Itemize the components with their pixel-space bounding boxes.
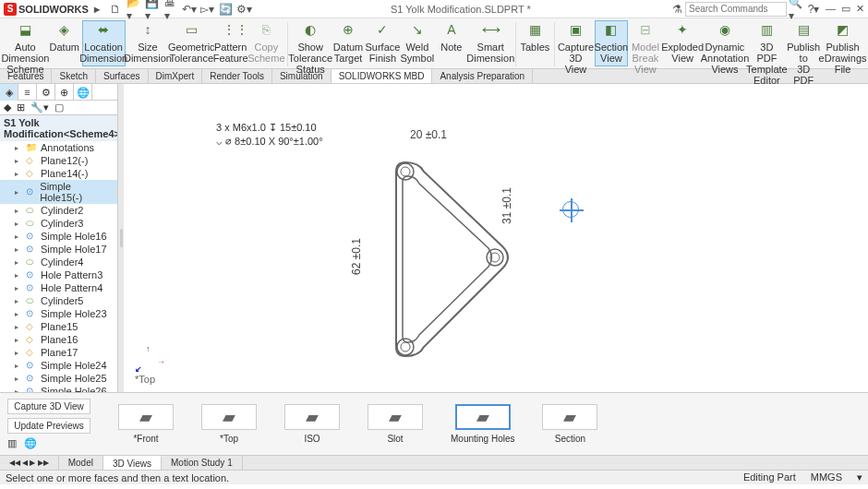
vs-icon-1[interactable]: ▥	[7, 437, 17, 449]
ribbon-smart-button[interactable]: ⟷ Smart Dimension	[469, 20, 512, 66]
expand-icon[interactable]: ▸	[15, 188, 22, 197]
panel-tab-feature-tree-icon[interactable]: ◈	[0, 84, 18, 101]
expand-icon[interactable]: ▸	[15, 144, 22, 152]
update-previews-button[interactable]: Update Previews	[7, 418, 90, 434]
panel-tab-dimxpert-icon[interactable]: ⊕	[55, 84, 74, 101]
search-icon[interactable]: 🔍▾	[789, 3, 802, 16]
ribbon-3d pdf-button[interactable]: ▥ 3D PDF Template Editor	[748, 20, 787, 89]
btab-motion study 1[interactable]: Motion Study 1	[162, 456, 243, 470]
view-front[interactable]: ▰ *Front	[118, 404, 174, 444]
ribbon-note-button[interactable]: A Note	[435, 20, 468, 55]
vs-icon-2[interactable]: 🌐	[24, 437, 37, 449]
ribbon-publish-button[interactable]: ◩ Publish eDrawings File	[821, 20, 864, 78]
tree-item[interactable]: ▸ ⊙ Simple Hole15(-)	[0, 180, 117, 204]
tree-item[interactable]: ▸ ⊙ Hole Pattern3	[0, 268, 117, 281]
btab-nav-left[interactable]: ◀◀ ◀ ▶ ▶▶	[0, 456, 59, 470]
btab-model[interactable]: Model	[59, 456, 103, 470]
tree-item[interactable]: ▸ ◇ Plane14(-)	[0, 167, 117, 180]
ribbon-exploded-button[interactable]: ✦ Exploded View	[663, 20, 702, 66]
capture-3d-view-button[interactable]: Capture 3D View	[7, 399, 90, 414]
tab-solidworks mbd[interactable]: SOLIDWORKS MBD	[332, 69, 433, 83]
search-funnel-icon[interactable]: ⚗	[670, 3, 683, 16]
ribbon-size-button[interactable]: ↕ Size Dimension	[127, 20, 170, 66]
expand-icon[interactable]: ▸	[15, 220, 22, 228]
status-icon[interactable]: ▾	[857, 471, 862, 483]
tree-root[interactable]: S1 Yolk Modification<Scheme4>	[0, 115, 117, 141]
ribbon-surface-button[interactable]: ✓ Surface Finish	[366, 20, 400, 66]
feature-tree[interactable]: S1 Yolk Modification<Scheme4> ▸ 📁 Annota…	[0, 115, 117, 392]
tree-item[interactable]: ▸ ◇ Plane12(-)	[0, 154, 117, 167]
ribbon-capture-button[interactable]: ▣ Capture 3D View	[558, 20, 594, 78]
expand-icon[interactable]: ▸	[15, 271, 22, 280]
restore-icon[interactable]: ▭	[841, 3, 850, 15]
logo-dropdown-icon[interactable]: ▸	[90, 3, 103, 16]
tree-item[interactable]: ▸ 📁 Annotations	[0, 141, 117, 154]
panel-icon-3[interactable]: 🔧▾	[30, 101, 49, 113]
expand-icon[interactable]: ▸	[15, 349, 22, 357]
ribbon-publish-button[interactable]: ▤ Publish to 3D PDF	[787, 20, 820, 89]
tab-simulation[interactable]: Simulation	[272, 69, 332, 83]
print-icon[interactable]: 🖶▾	[164, 3, 177, 16]
expand-icon[interactable]: ▸	[15, 375, 22, 383]
view-top[interactable]: ▰ *Top	[201, 404, 257, 444]
tab-surfaces[interactable]: Surfaces	[96, 69, 148, 83]
btab-3d views[interactable]: 3D Views	[103, 456, 162, 470]
ribbon-dynamic-button[interactable]: ◉ Dynamic Annotation Views	[703, 20, 746, 78]
tree-item[interactable]: ▸ ⊙ Simple Hole25	[0, 372, 117, 385]
tree-item[interactable]: ▸ ⊙ Simple Hole23	[0, 307, 117, 320]
panel-tab-config-icon[interactable]: ⚙	[37, 84, 55, 101]
tree-item[interactable]: ▸ ◇ Plane15	[0, 320, 117, 333]
tree-item[interactable]: ▸ ⊙ Simple Hole17	[0, 243, 117, 256]
tree-item[interactable]: ▸ ⬭ Cylinder2	[0, 204, 117, 217]
view-mounting hole[interactable]: ▰ Mounting Holes	[451, 404, 514, 444]
tree-item[interactable]: ▸ ⬭ Cylinder4	[0, 256, 117, 268]
expand-icon[interactable]: ▸	[15, 207, 22, 215]
tree-item[interactable]: ▸ ⬭ Cylinder3	[0, 217, 117, 230]
ribbon-tables-button[interactable]: ▦ Tables	[518, 20, 551, 55]
tab-analysis preparation[interactable]: Analysis Preparation	[432, 69, 533, 83]
ribbon-model-button[interactable]: ⊟ Model Break View	[629, 20, 662, 78]
rebuild-icon[interactable]: 🔄	[220, 3, 233, 16]
ribbon-copy-button[interactable]: ⎘ Copy Scheme	[248, 20, 284, 66]
tree-item[interactable]: ▸ ⊙ Hole Pattern4	[0, 281, 117, 294]
panel-tab-display-icon[interactable]: 🌐	[74, 84, 92, 101]
close-icon[interactable]: ✕	[856, 3, 864, 15]
expand-icon[interactable]: ▸	[15, 362, 22, 370]
tab-sketch[interactable]: Sketch	[52, 69, 96, 83]
ribbon-section-button[interactable]: ◧ Section View	[595, 20, 628, 66]
expand-icon[interactable]: ▸	[15, 310, 22, 318]
ribbon-location-button[interactable]: ⬌ Location Dimension	[82, 20, 126, 66]
expand-icon[interactable]: ▸	[15, 388, 22, 393]
ribbon-geometric-button[interactable]: ▭ Geometric Tolerance	[170, 20, 212, 66]
panel-icon-1[interactable]: ◆	[4, 101, 11, 113]
expand-icon[interactable]: ▸	[15, 284, 22, 292]
expand-icon[interactable]: ▸	[15, 170, 22, 178]
options-icon[interactable]: ⚙▾	[238, 3, 251, 16]
graphics-area[interactable]: 3 x M6x1.0 ↧ 15±0.10 ⌵ ⌀ 8±0.10 X 90°±1.…	[124, 84, 868, 392]
save-icon[interactable]: 💾▾	[146, 3, 159, 16]
tab-dimxpert[interactable]: DimXpert	[149, 69, 203, 83]
ribbon-pattern-button[interactable]: ⋮⋮ Pattern Feature	[213, 20, 247, 66]
tab-features[interactable]: Features	[0, 69, 52, 83]
ribbon-datum-button[interactable]: ⊕ Datum Target	[332, 20, 365, 66]
undo-icon[interactable]: ↶▾	[183, 3, 196, 16]
search-input[interactable]	[685, 2, 787, 17]
tree-item[interactable]: ▸ ◇ Plane17	[0, 346, 117, 359]
tree-item[interactable]: ▸ ◇ Plane16	[0, 333, 117, 346]
dim-vertical-62[interactable]: 62 ±0.1	[350, 238, 363, 275]
panel-tab-property-icon[interactable]: ≡	[18, 84, 37, 101]
expand-icon[interactable]: ▸	[15, 258, 22, 267]
tree-item[interactable]: ▸ ⊙ Simple Hole26	[0, 385, 117, 392]
help-icon[interactable]: ?▾	[807, 3, 820, 16]
view-section[interactable]: ▰ Section	[542, 404, 597, 444]
new-icon[interactable]: 🗋	[109, 3, 122, 16]
open-icon[interactable]: 📂▾	[127, 3, 140, 16]
tree-item[interactable]: ▸ ⊙ Simple Hole24	[0, 359, 117, 372]
expand-icon[interactable]: ▸	[15, 323, 22, 331]
ribbon-weld-button[interactable]: ↘ Weld Symbol	[401, 20, 434, 66]
expand-icon[interactable]: ▸	[15, 233, 22, 241]
expand-icon[interactable]: ▸	[15, 245, 22, 254]
tree-item[interactable]: ▸ ⊙ Simple Hole16	[0, 230, 117, 243]
select-icon[interactable]: ▻▾	[201, 3, 214, 16]
tree-item[interactable]: ▸ ⬭ Cylinder5	[0, 294, 117, 307]
